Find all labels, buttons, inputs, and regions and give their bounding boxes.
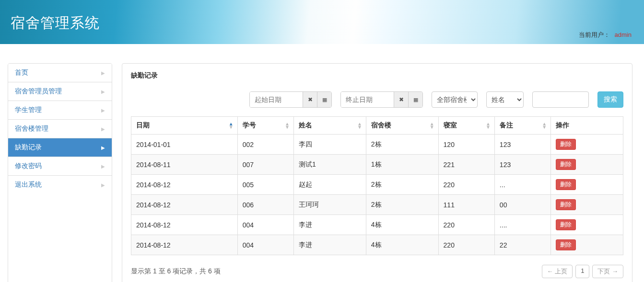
table-row: 2014-08-12006王珂珂2栋11100删除 bbox=[131, 195, 623, 215]
table-row: 2014-08-12005赵起2栋220...删除 bbox=[131, 175, 623, 195]
end-date-clear[interactable]: ✖ bbox=[394, 92, 408, 107]
chevron-right-icon: ▶ bbox=[101, 182, 105, 188]
cell-date: 2014-08-12 bbox=[131, 235, 238, 255]
calendar-icon: ▦ bbox=[413, 97, 418, 103]
cell-name: 测试1 bbox=[293, 155, 366, 175]
end-date-group: ✖ ▦ bbox=[340, 91, 423, 108]
table-row: 2014-08-12004李进4栋220....删除 bbox=[131, 215, 623, 235]
sort-icon: ▲▼ bbox=[357, 122, 362, 129]
cell-remark: 00 bbox=[494, 195, 550, 215]
sort-icon: ▲▼ bbox=[229, 122, 234, 129]
delete-button[interactable]: 删除 bbox=[556, 159, 576, 170]
end-date-input[interactable] bbox=[341, 92, 394, 107]
sidebar-item-label: 宿舍管理员管理 bbox=[15, 87, 62, 96]
current-user: 当前用户： admin bbox=[579, 31, 632, 39]
cell-dorm: 4栋 bbox=[366, 215, 438, 235]
table-row: 2014-08-12004李进4栋22022删除 bbox=[131, 235, 623, 255]
pager-page-1[interactable]: 1 bbox=[575, 265, 589, 278]
cell-date: 2014-01-01 bbox=[131, 135, 238, 155]
sort-icon: ▲▼ bbox=[285, 122, 290, 129]
cell-sid: 007 bbox=[237, 155, 293, 175]
filter-bar: ✖ ▦ ✖ ▦ 全部宿舍楼 姓名 搜索 bbox=[131, 91, 623, 108]
table-footer: 显示第 1 至 6 项记录，共 6 项 ← 上页 1 下页 → bbox=[131, 265, 623, 278]
sidebar-item-0[interactable]: 首页▶ bbox=[8, 64, 112, 82]
sidebar-item-1[interactable]: 宿舍管理员管理▶ bbox=[8, 82, 112, 101]
delete-button[interactable]: 删除 bbox=[556, 199, 576, 210]
app-header: 宿舍管理系统 当前用户： admin bbox=[0, 0, 644, 44]
sort-icon: ▲▼ bbox=[486, 122, 491, 129]
column-header-4[interactable]: 寝室▲▼ bbox=[438, 117, 494, 135]
search-button[interactable]: 搜索 bbox=[597, 91, 623, 108]
cell-actions: 删除 bbox=[551, 135, 623, 155]
table-row: 2014-08-11007测试11栋221123删除 bbox=[131, 155, 623, 175]
column-header-3[interactable]: 宿舍楼▲▼ bbox=[366, 117, 438, 135]
cell-remark: .... bbox=[494, 215, 550, 235]
start-date-clear[interactable]: ✖ bbox=[303, 92, 317, 107]
cell-name: 王珂珂 bbox=[293, 195, 366, 215]
main-panel: 缺勤记录 ✖ ▦ ✖ ▦ 全部宿舍楼 姓名 搜索 日期▲▼学号▲ bbox=[122, 63, 632, 282]
chevron-right-icon: ▶ bbox=[101, 145, 105, 150]
table-info: 显示第 1 至 6 项记录，共 6 项 bbox=[131, 267, 221, 276]
cell-room: 111 bbox=[438, 195, 494, 215]
delete-button[interactable]: 删除 bbox=[556, 179, 576, 190]
cell-remark: 123 bbox=[494, 135, 550, 155]
search-input[interactable] bbox=[532, 91, 589, 108]
column-header-6: 操作 bbox=[551, 117, 623, 135]
delete-button[interactable]: 删除 bbox=[556, 219, 576, 230]
cell-name: 李四 bbox=[293, 135, 366, 155]
chevron-right-icon: ▶ bbox=[101, 70, 105, 76]
cell-actions: 删除 bbox=[551, 155, 623, 175]
cell-room: 220 bbox=[438, 215, 494, 235]
pager: ← 上页 1 下页 → bbox=[542, 265, 623, 278]
column-header-5[interactable]: 备注▲▼ bbox=[494, 117, 550, 135]
cell-sid: 002 bbox=[237, 135, 293, 155]
cell-dorm: 2栋 bbox=[366, 195, 438, 215]
dorm-select[interactable]: 全部宿舍楼 bbox=[432, 91, 478, 108]
cell-name: 赵起 bbox=[293, 175, 366, 195]
cell-dorm: 4栋 bbox=[366, 235, 438, 255]
cell-date: 2014-08-12 bbox=[131, 175, 238, 195]
column-header-0[interactable]: 日期▲▼ bbox=[131, 117, 238, 135]
cell-actions: 删除 bbox=[551, 235, 623, 255]
cell-dorm: 1栋 bbox=[366, 155, 438, 175]
start-date-group: ✖ ▦ bbox=[249, 91, 332, 108]
end-date-picker[interactable]: ▦ bbox=[408, 92, 422, 107]
chevron-right-icon: ▶ bbox=[101, 164, 105, 169]
column-header-1[interactable]: 学号▲▼ bbox=[237, 117, 293, 135]
cell-room: 120 bbox=[438, 135, 494, 155]
cell-actions: 删除 bbox=[551, 175, 623, 195]
sidebar-item-6[interactable]: 退出系统▶ bbox=[8, 176, 112, 194]
sidebar-item-label: 缺勤记录 bbox=[15, 143, 42, 152]
current-user-label: 当前用户： bbox=[579, 31, 610, 38]
sidebar-item-label: 首页 bbox=[15, 68, 28, 77]
pager-next[interactable]: 下页 → bbox=[592, 265, 623, 278]
chevron-right-icon: ▶ bbox=[101, 108, 105, 113]
sidebar-item-label: 退出系统 bbox=[15, 180, 42, 189]
sidebar-item-label: 宿舍楼管理 bbox=[15, 124, 48, 133]
column-header-2[interactable]: 姓名▲▼ bbox=[293, 117, 366, 135]
sidebar: 首页▶宿舍管理员管理▶学生管理▶宿舍楼管理▶缺勤记录▶修改密码▶退出系统▶ bbox=[8, 63, 112, 282]
close-icon: ✖ bbox=[308, 96, 313, 103]
pager-prev[interactable]: ← 上页 bbox=[542, 265, 573, 278]
start-date-picker[interactable]: ▦ bbox=[317, 92, 331, 107]
cell-actions: 删除 bbox=[551, 195, 623, 215]
start-date-input[interactable] bbox=[250, 92, 303, 107]
cell-sid: 004 bbox=[237, 215, 293, 235]
delete-button[interactable]: 删除 bbox=[556, 139, 576, 150]
delete-button[interactable]: 删除 bbox=[556, 239, 576, 250]
cell-room: 220 bbox=[438, 175, 494, 195]
app-title: 宿舍管理系统 bbox=[11, 13, 100, 33]
cell-room: 220 bbox=[438, 235, 494, 255]
cell-sid: 004 bbox=[237, 235, 293, 255]
table-row: 2014-01-01002李四2栋120123删除 bbox=[131, 135, 623, 155]
calendar-icon: ▦ bbox=[322, 97, 327, 103]
panel-title: 缺勤记录 bbox=[131, 71, 623, 80]
cell-dorm: 2栋 bbox=[366, 135, 438, 155]
sidebar-item-3[interactable]: 宿舍楼管理▶ bbox=[8, 120, 112, 138]
search-field-select[interactable]: 姓名 bbox=[486, 91, 524, 108]
sidebar-item-label: 修改密码 bbox=[15, 162, 42, 170]
sidebar-item-5[interactable]: 修改密码▶ bbox=[8, 157, 112, 176]
sidebar-item-4[interactable]: 缺勤记录▶ bbox=[8, 138, 112, 157]
cell-remark: 22 bbox=[494, 235, 550, 255]
sidebar-item-2[interactable]: 学生管理▶ bbox=[8, 101, 112, 120]
